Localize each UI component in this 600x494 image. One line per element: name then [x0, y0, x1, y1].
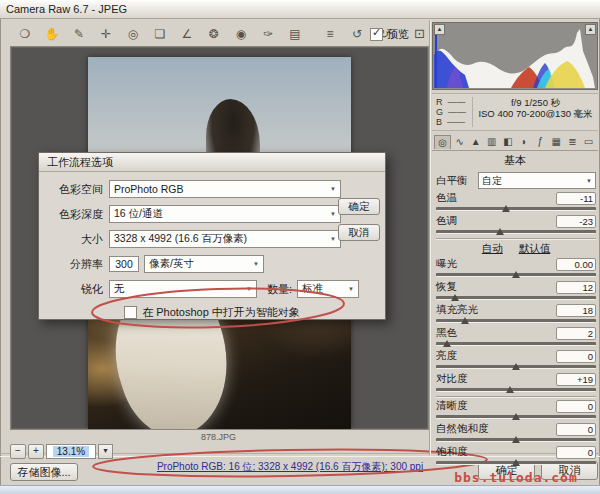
watermark-text: bbs.tuloda.com [436, 470, 596, 485]
preview-toggle[interactable]: 预览 [370, 27, 409, 42]
fill-light-slider-track[interactable] [436, 316, 596, 325]
toolbar: ❍ ✋ ✎ ✛ ◎ ❏ ∠ ❂ ◉ ✑ ▤ ≡ ↺ ↻ [14, 24, 395, 44]
tint-slider-track[interactable] [436, 227, 596, 236]
exposure-value-box[interactable]: 0.00 [556, 258, 596, 271]
default-link[interactable]: 默认值 [519, 242, 551, 256]
exposure-slider-track[interactable] [436, 270, 596, 279]
white-balance-select[interactable]: 自定 ▼ [478, 172, 596, 189]
size-select[interactable]: 3328 x 4992 (16.6 百万像素)▼ [109, 230, 341, 248]
saturation-slider-thumb[interactable] [512, 459, 520, 466]
tab-presets-icon[interactable]: ≣ [565, 135, 580, 148]
color-depth-select[interactable]: 16 位/通道▼ [109, 205, 341, 223]
panel-title: 基本 [432, 151, 598, 169]
clarity-slider-thumb[interactable] [512, 413, 520, 420]
dialog-cancel-button[interactable]: 取消 [338, 224, 380, 241]
workflow-options-link[interactable]: ProPhoto RGB: 16 位; 3328 x 4992 (16.6 百万… [90, 460, 490, 474]
zoom-level-select[interactable]: 13.1% [46, 444, 96, 459]
tint-value-box[interactable]: -23 [556, 215, 596, 228]
amount-select[interactable]: 标准▼ [297, 280, 359, 298]
color-sampler-tool-icon[interactable]: ✛ [95, 24, 117, 44]
contrast-value-box[interactable]: +19 [556, 373, 596, 386]
brightness-slider-thumb[interactable] [512, 363, 520, 370]
slider-contrast: 对比度+19 [436, 373, 596, 394]
blacks-slider-thumb[interactable] [443, 340, 451, 347]
sharpen-select[interactable]: 无▼ [109, 280, 257, 298]
clarity-value-box[interactable]: 0 [556, 400, 596, 413]
smart-object-checkbox[interactable] [124, 306, 137, 319]
highlight-clipping-warning[interactable]: ▲ [585, 24, 596, 35]
chevron-down-icon: ▼ [586, 178, 592, 184]
hand-tool-icon[interactable]: ✋ [41, 24, 63, 44]
clarity-slider-track[interactable] [436, 412, 596, 421]
chevron-down-icon: ▼ [246, 286, 252, 292]
zoom-tool-icon[interactable]: ❍ [14, 24, 36, 44]
blacks-value-box[interactable]: 2 [556, 327, 596, 340]
resolution-unit-select[interactable]: 像素/英寸▼ [144, 255, 264, 273]
amount-label: 数量: [267, 282, 292, 297]
fill-light-value-box[interactable]: 18 [556, 304, 596, 317]
targeted-adjustment-tool-icon[interactable]: ◎ [122, 24, 144, 44]
vibrance-value-box[interactable]: 0 [556, 423, 596, 436]
tab-hsl-grayscale-icon[interactable]: ▥ [484, 135, 499, 148]
saturation-value-box[interactable]: 0 [556, 446, 596, 459]
smart-object-label: 在 Photoshop 中打开为智能对象 [142, 305, 300, 320]
vibrance-slider-track[interactable] [436, 435, 596, 444]
tab-camera-calibration-icon[interactable]: ▦ [549, 135, 564, 148]
crop-tool-icon[interactable]: ❏ [149, 24, 171, 44]
white-balance-tool-icon[interactable]: ✎ [68, 24, 90, 44]
tint-slider-thumb[interactable] [496, 228, 504, 235]
color-depth-label: 色彩深度 [45, 207, 103, 222]
spot-removal-tool-icon[interactable]: ❂ [203, 24, 225, 44]
preview-checkbox[interactable] [370, 28, 383, 41]
fullscreen-toggle-icon[interactable]: ⊡ [414, 26, 425, 41]
tab-tone-curve-icon[interactable]: ∿ [452, 135, 467, 148]
slider-recovery: 恢复12 [436, 281, 596, 302]
zoom-level-dropdown-arrow[interactable]: ▼ [98, 444, 113, 459]
straighten-tool-icon[interactable]: ∠ [176, 24, 198, 44]
temperature-slider-thumb[interactable] [502, 205, 510, 212]
exif-readout: R —— G —— B —— f/9 1/250 秒 ISO 400 70-20… [432, 93, 598, 131]
fill-light-slider-thumb[interactable] [461, 317, 469, 324]
chevron-down-icon: ▼ [330, 186, 336, 192]
recovery-slider-thumb[interactable] [451, 294, 459, 301]
tab-snapshots-icon[interactable]: ▭ [581, 135, 596, 148]
adjustment-brush-tool-icon[interactable]: ✑ [257, 24, 279, 44]
exposure-slider-thumb[interactable] [512, 271, 520, 278]
slider-blacks: 黑色2 [436, 327, 596, 348]
contrast-slider-thumb[interactable] [506, 386, 514, 393]
recovery-value-box[interactable]: 12 [556, 281, 596, 294]
shadow-clipping-warning[interactable]: ▲ [434, 24, 445, 35]
resolution-input[interactable]: 300 [109, 256, 139, 272]
color-space-select[interactable]: ProPhoto RGB▼ [109, 180, 341, 198]
brightness-slider-track[interactable] [436, 362, 596, 371]
tab-basic-icon[interactable]: ◎ [434, 135, 451, 149]
temperature-slider-track[interactable] [436, 204, 596, 213]
tab-effects-icon[interactable]: ƒ [533, 135, 548, 148]
red-eye-tool-icon[interactable]: ◉ [230, 24, 252, 44]
chevron-down-icon: ▼ [330, 236, 336, 242]
dialog-titlebar[interactable]: 工作流程选项 [39, 153, 385, 172]
brightness-value-box[interactable]: 0 [556, 350, 596, 363]
slider-fill-light: 填充亮光18 [436, 304, 596, 325]
contrast-slider-track[interactable] [436, 385, 596, 394]
zoom-in-button[interactable]: + [28, 444, 44, 459]
tab-detail-icon[interactable]: ▲ [468, 135, 483, 148]
chevron-down-icon: ▼ [330, 211, 336, 217]
dialog-ok-button[interactable]: 确定 [338, 198, 380, 215]
recovery-slider-track[interactable] [436, 293, 596, 302]
save-image-button[interactable]: 存储图像... [10, 463, 78, 481]
tab-lens-corrections-icon[interactable]: ◗ [517, 135, 532, 148]
zoom-out-button[interactable]: − [10, 444, 26, 459]
temperature-value-box[interactable]: -11 [556, 192, 596, 205]
rotate-left-icon[interactable]: ↺ [346, 24, 368, 44]
smart-object-option[interactable]: 在 Photoshop 中打开为智能对象 [45, 305, 379, 320]
window-title: Camera Raw 6.7 - JPEG [6, 3, 127, 15]
tab-split-toning-icon[interactable]: ◧ [500, 135, 515, 148]
auto-link[interactable]: 自动 [482, 242, 503, 256]
blacks-slider-track[interactable] [436, 339, 596, 348]
graduated-filter-tool-icon[interactable]: ▤ [284, 24, 306, 44]
vibrance-slider-thumb[interactable] [512, 436, 520, 443]
slider-vibrance: 自然饱和度0 [436, 423, 596, 444]
preferences-icon[interactable]: ≡ [319, 24, 341, 44]
saturation-slider-track[interactable] [436, 458, 596, 467]
